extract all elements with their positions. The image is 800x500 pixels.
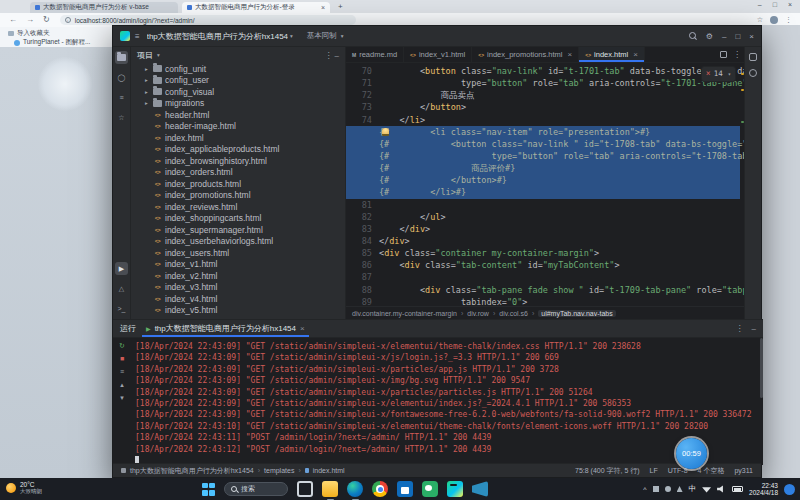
indent-widget[interactable]: 4 个空格	[698, 466, 725, 476]
tree-item[interactable]: <>index_applicableproducts.html	[143, 144, 345, 156]
notifications-tool-icon[interactable]	[749, 53, 757, 61]
intention-bulb-icon[interactable]	[382, 128, 389, 136]
close-icon[interactable]: ×	[788, 1, 792, 8]
clock[interactable]: 22:43 2024/4/18	[749, 482, 778, 497]
project-panel-title[interactable]: 项目	[137, 50, 153, 61]
profile-avatar[interactable]	[770, 16, 778, 24]
tree-item[interactable]: <>header-image.html	[143, 121, 345, 133]
input-method-indicator[interactable]: 中	[689, 484, 697, 494]
editor-tab[interactable]: <>index.html×	[579, 47, 645, 62]
rerun-icon[interactable]: ↻	[119, 342, 125, 349]
tree-item[interactable]: <>index_browsinghistory.html	[143, 155, 345, 167]
main-menu-icon[interactable]: ≡	[135, 32, 140, 41]
tree-item[interactable]: <>index_products.html	[143, 178, 345, 190]
structure-tool-icon[interactable]: ≡	[115, 91, 128, 104]
recording-timer[interactable]: 00:59	[676, 438, 707, 469]
tree-item[interactable]: ▸config_unit	[143, 63, 345, 75]
browser-tab-active[interactable]: 大数据智能电商用户行为分析-登录 ×	[182, 2, 330, 13]
status-project[interactable]: thp大数据智能电商用户行为分析hx1454	[130, 466, 254, 476]
tree-item[interactable]: <>index_users.html	[143, 247, 345, 259]
code-editor[interactable]: 7071727374757677787980818283848586878889…	[346, 63, 746, 306]
breadcrumb-item[interactable]: div.col.s6	[499, 310, 528, 317]
tree-item[interactable]: <>index_v2.html	[143, 270, 345, 282]
maximize-icon[interactable]: □	[773, 1, 777, 8]
taskbar-search[interactable]: 搜索	[224, 482, 288, 496]
tree-item[interactable]: <>index.html	[143, 132, 345, 144]
panel-options-icon[interactable]: ⋮	[325, 51, 333, 60]
breadcrumb-item[interactable]: ul#myTab.nav.nav-tabs	[538, 310, 615, 317]
tree-item[interactable]: <>index_supermanager.html	[143, 224, 345, 236]
taskbar-store-icon[interactable]	[397, 481, 413, 497]
run-tab[interactable]: ▶ thp大数据智能电商用户行为分析hx1454 ×	[142, 320, 309, 337]
search-everywhere-icon[interactable]	[689, 32, 697, 40]
new-tab-button[interactable]: +	[338, 2, 343, 11]
site-info-icon[interactable]: i	[65, 17, 71, 23]
encoding-widget[interactable]: UTF-8	[668, 467, 688, 474]
battery-icon[interactable]	[732, 486, 743, 492]
browser-menu-icon[interactable]: ⋮	[785, 16, 792, 24]
notification-badge[interactable]	[784, 484, 795, 495]
database-tool-icon[interactable]	[749, 69, 757, 77]
reload-icon[interactable]: ↻	[43, 16, 50, 24]
close-tab-icon[interactable]: ×	[300, 324, 305, 333]
hidden-icons-chevron[interactable]: ^	[643, 486, 646, 493]
interpreter-widget[interactable]: py311	[734, 467, 753, 474]
bookmark-item[interactable]: 导入收藏夹	[8, 29, 50, 38]
taskbar-chrome-icon[interactable]	[372, 481, 388, 497]
line-separator-widget[interactable]: LF	[650, 467, 658, 474]
caret-position-widget[interactable]: 75:8 (400 字符, 5 行)	[575, 466, 640, 476]
settings-gear-icon[interactable]: ⚙	[706, 32, 713, 41]
tray-icon[interactable]	[665, 486, 671, 492]
split-editor-icon[interactable]	[720, 51, 727, 58]
bookmark-item[interactable]: TuringPlanet - 图解程...	[14, 38, 90, 47]
project-selector[interactable]: thp大数据智能电商用户行为分析hx1454	[147, 31, 288, 42]
taskbar-vscode-icon[interactable]	[472, 481, 488, 497]
ide-close-icon[interactable]: ×	[749, 32, 754, 41]
browser-tab[interactable]: 大数据智能电商用户行为分析 v-base	[30, 2, 178, 13]
tree-item[interactable]: ▸migrations	[143, 98, 345, 110]
minimize-icon[interactable]: –	[758, 1, 762, 8]
more-icon[interactable]: ⋮	[733, 50, 741, 59]
project-tool-icon[interactable]	[115, 51, 128, 64]
taskbar-task-view-icon[interactable]	[297, 481, 313, 497]
url-bar[interactable]: i localhost:8000/admin/login/?next=/admi…	[60, 15, 356, 25]
editor-tab[interactable]: Mreadme.md	[346, 47, 404, 62]
back-icon[interactable]: ←	[9, 16, 17, 24]
hide-panel-icon[interactable]: –	[335, 51, 339, 60]
status-dir[interactable]: templates	[264, 467, 294, 474]
taskbar-pycharm-icon[interactable]	[447, 481, 463, 497]
close-tab-icon[interactable]: ×	[568, 50, 573, 59]
tree-item[interactable]: <>index_v5.html	[143, 305, 345, 317]
stop-icon[interactable]: ■	[120, 355, 124, 362]
tree-item[interactable]: <>index_userbehaviorlogs.html	[143, 236, 345, 248]
tree-item[interactable]: <>index_v1.html	[143, 259, 345, 271]
commit-tool-icon[interactable]: ◯	[115, 71, 128, 84]
more-icon[interactable]: ⋮	[736, 324, 744, 333]
console-scrollbar[interactable]	[760, 338, 763, 398]
scroll-up-icon[interactable]: ▴	[120, 381, 124, 388]
bookmarks-tool-icon[interactable]: ☆	[115, 111, 128, 124]
tree-item[interactable]: <>header.html	[143, 109, 345, 121]
console-options-icon[interactable]: ≡	[120, 368, 124, 375]
breadcrumb-item[interactable]: div.container.my-container-margin	[352, 310, 457, 317]
ide-minimize-icon[interactable]: –	[722, 32, 726, 41]
scroll-down-icon[interactable]: ▾	[120, 394, 124, 401]
inspections-widget[interactable]: × 14 ▾	[701, 66, 736, 82]
taskbar-file-explorer-icon[interactable]	[322, 481, 338, 497]
wifi-icon[interactable]	[702, 486, 711, 493]
tree-item[interactable]: <>index_reviews.html	[143, 201, 345, 213]
editor-tab[interactable]: <>index_promotions.html×	[472, 47, 579, 62]
tray-icon[interactable]	[653, 486, 659, 492]
tree-item[interactable]: <>index_v4.html	[143, 293, 345, 305]
weather-widget[interactable]: 20°C 大致晴朗	[6, 481, 42, 494]
tray-icon[interactable]	[677, 486, 683, 492]
close-tab-icon[interactable]: ×	[321, 4, 325, 11]
vcs-widget[interactable]: 基本同制 ▾	[307, 31, 344, 41]
tree-item[interactable]: ▸config_visual	[143, 86, 345, 98]
run-console[interactable]: [18/Apr/2024 22:43:09] "GET /static/admi…	[131, 338, 759, 465]
volume-icon[interactable]	[717, 485, 726, 493]
terminal-tool-icon[interactable]: >_	[115, 302, 128, 315]
tree-item[interactable]: <>index_v3.html	[143, 282, 345, 294]
ide-maximize-icon[interactable]: □	[735, 32, 740, 41]
forward-icon[interactable]: →	[26, 16, 34, 24]
